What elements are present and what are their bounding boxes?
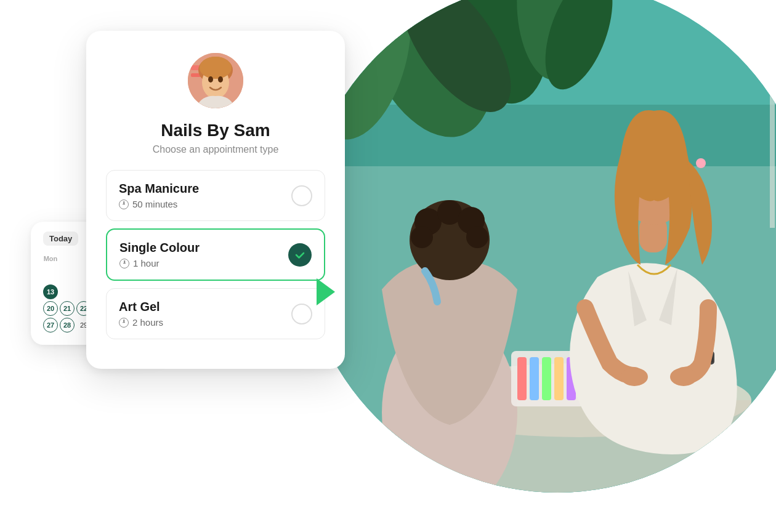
weekday-mon: Mon — [43, 253, 58, 264]
svg-point-37 — [757, 46, 776, 65]
checkmark-button[interactable] — [288, 243, 312, 267]
svg-rect-23 — [554, 357, 564, 400]
svg-point-30 — [696, 158, 706, 168]
appointment-card: Nails By Sam Choose an appointment type … — [86, 31, 345, 369]
clock-icon — [119, 259, 129, 268]
cal-day-27[interactable]: 27 — [43, 318, 58, 332]
cal-day-28[interactable]: 28 — [60, 318, 75, 332]
service-duration: 50 minutes — [119, 199, 291, 209]
service-info: Single Colour 1 hour — [119, 241, 288, 268]
cal-day-21[interactable]: 21 — [60, 301, 75, 316]
service-name: Art Gel — [119, 300, 291, 314]
service-info: Art Gel 2 hours — [119, 300, 291, 328]
svg-point-45 — [208, 76, 213, 83]
weekday-placeholder — [59, 253, 74, 264]
avatar-container — [106, 53, 325, 108]
service-duration: 2 hours — [119, 317, 291, 328]
svg-point-46 — [218, 76, 223, 83]
check-icon — [294, 249, 306, 261]
clock-icon — [119, 318, 129, 328]
svg-point-18 — [466, 226, 488, 248]
svg-rect-22 — [542, 357, 551, 400]
svg-point-17 — [411, 226, 433, 248]
salon-name: Nails By Sam — [106, 121, 325, 140]
next-arrow[interactable] — [317, 278, 335, 305]
svg-point-34 — [621, 368, 648, 386]
service-info: Spa Manicure 50 minutes — [119, 182, 291, 209]
cal-day-13[interactable]: 13 — [43, 284, 58, 299]
service-item-spa-manicure[interactable]: Spa Manicure 50 minutes — [106, 170, 325, 221]
svg-point-35 — [670, 368, 697, 386]
service-item-single-colour[interactable]: Single Colour 1 hour — [106, 228, 325, 281]
appointment-subtitle: Choose an appointment type — [106, 144, 325, 155]
service-item-art-gel[interactable]: Art Gel 2 hours — [106, 288, 325, 339]
clock-icon — [119, 200, 129, 209]
today-badge[interactable]: Today — [43, 232, 78, 246]
avatar — [188, 53, 243, 108]
service-duration: 1 hour — [119, 258, 288, 268]
svg-rect-21 — [530, 357, 539, 400]
radio-button[interactable] — [291, 185, 312, 206]
cal-day-20[interactable]: 20 — [43, 301, 58, 316]
service-name: Spa Manicure — [119, 182, 291, 196]
svg-rect-20 — [517, 357, 527, 400]
service-name: Single Colour — [119, 241, 288, 255]
radio-button[interactable] — [291, 304, 312, 324]
svg-rect-36 — [770, 0, 775, 228]
svg-point-44 — [200, 57, 232, 79]
